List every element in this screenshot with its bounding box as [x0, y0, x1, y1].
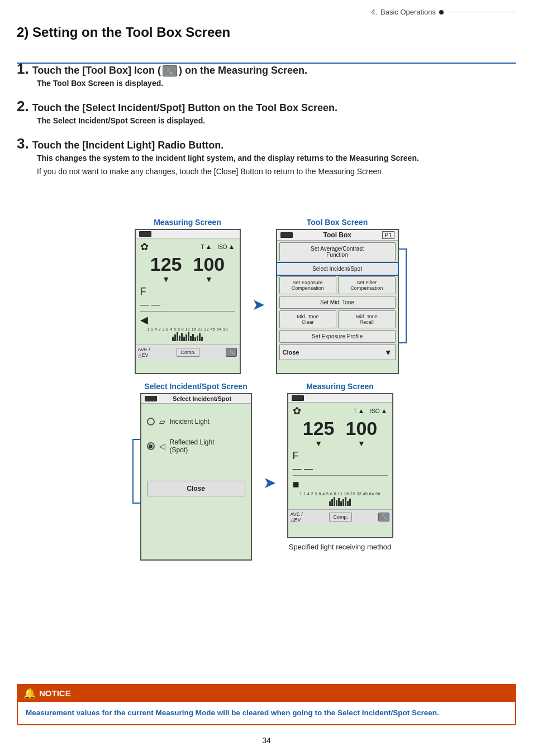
step2-sub: The Select Incident/Spot Screen is displ…: [37, 116, 516, 125]
top-left-diagram: Measuring Screen ✿ T▲: [135, 218, 241, 374]
notice-box: 🔔 NOTICE Measurement values for the curr…: [17, 684, 516, 725]
screen-top-bar: [136, 230, 240, 238]
tb-battery: [280, 232, 293, 238]
screen-bottom-bar: AVE /△EV Comp. 🔧: [136, 344, 240, 360]
tb-btn-select[interactable]: Select Incident/Spot: [276, 262, 399, 276]
notice-header: 🔔 NOTICE: [18, 685, 515, 702]
toolbox-screen-label: Tool Box Screen: [276, 218, 399, 227]
incident-label: Incident Light: [170, 418, 210, 425]
diagrams-section: Measuring Screen ✿ T▲: [17, 218, 516, 561]
ms2-body: ✿ T▲ ISO▲ 125 ▼ 100 ▼: [288, 403, 392, 509]
arrow-top: ➤: [252, 295, 265, 314]
section-title: Basic Operations: [380, 8, 436, 16]
incident-icon: ▱: [159, 417, 165, 426]
toolbox-inline-icon: 🔧: [163, 65, 177, 76]
right-bracket: [399, 248, 407, 343]
incident-light-option[interactable]: ▱ Incident Light: [141, 413, 251, 430]
toolbox-screen: Tool Box P1 Set Average/Contrast Functio…: [276, 229, 399, 374]
step3-sub: This changes the system to the incident …: [37, 154, 516, 162]
ms2-f: F: [293, 450, 388, 462]
tb-btn-row2: Mid. Tone Clear Mid. Tone Recall: [279, 310, 396, 328]
ms2-comp[interactable]: Comp.: [329, 513, 352, 521]
ms2-scale: 1 1.4 2 2.8 4 5.6 8 11 16 22 32 45 64 90: [293, 492, 388, 496]
arrow-bottom: ➤: [263, 473, 276, 492]
ave-label: AVE /△EV: [138, 347, 150, 358]
bottom-left-diagram: Select Incident/Spot Screen Select Incid…: [140, 382, 252, 561]
measuring-screen-label-bottom: Measuring Screen: [287, 382, 393, 391]
f-label: F: [140, 286, 235, 298]
sel-close-btn[interactable]: Close: [147, 481, 245, 496]
ms2-val2: 100 ▼: [346, 418, 378, 448]
value1: 125: [150, 254, 182, 275]
ms2-square-icon: ■: [293, 478, 388, 491]
step-2: 2. Touch the [Select Incident/Spot] Butt…: [17, 98, 516, 125]
step-1: 1. Touch the [Tool Box] Icon ( 🔧 ) on th…: [17, 60, 516, 88]
tb-btn-avg[interactable]: Set Average/Contrast Function: [279, 242, 396, 261]
toolbox-icon-bottom[interactable]: 🔧: [226, 348, 237, 357]
select-top-bar: Select Incident/Spot: [141, 394, 251, 404]
tb-arrow-down: ▼: [384, 348, 392, 357]
value2-block: 100 ▼: [193, 254, 225, 284]
page-number: 34: [0, 736, 533, 745]
ms2-ave-label: AVE /△EV: [291, 511, 303, 523]
step-3: 3. Touch the [Incident Light] Radio Butt…: [17, 135, 516, 178]
tb-btn-close[interactable]: Close ▼: [279, 344, 396, 360]
tb-btn-row1: Set Exposure Compensation Set Filter Com…: [279, 276, 396, 294]
reflected-icon: ◁: [159, 442, 165, 451]
dashes: — —: [140, 300, 235, 312]
measuring-screen-label-top: Measuring Screen: [135, 218, 241, 227]
reflected-light-option[interactable]: ◁ Reflected Light (Spot): [141, 434, 251, 458]
page-header: 4. Basic Operations: [371, 8, 516, 16]
notice-label: NOTICE: [39, 688, 71, 698]
step2-number: 2.: [17, 98, 29, 115]
value2: 100: [193, 254, 225, 275]
ms2-dashes: — —: [293, 464, 388, 476]
steps-container: 1. Touch the [Tool Box] Icon ( 🔧 ) on th…: [17, 60, 516, 188]
ms2-val1: 125 ▼: [303, 418, 335, 448]
ms2-sun: ✿: [293, 405, 301, 417]
reflected-label: Reflected Light (Spot): [170, 438, 215, 454]
comp-button[interactable]: Comp.: [177, 348, 199, 357]
tb-title: Tool Box: [323, 231, 351, 239]
tb-btn-profile[interactable]: Set Exposure Profile: [279, 330, 396, 343]
step1-sub: The Tool Box Screen is displayed.: [37, 79, 516, 88]
notice-icon: 🔔: [23, 687, 36, 700]
iso-label: ISO▲: [217, 243, 235, 251]
step1-number: 1.: [17, 60, 29, 78]
step1-title-part1: Touch the [Tool Box] Icon (: [32, 65, 161, 76]
step2-title: Touch the [Select Incident/Spot] Button …: [32, 102, 337, 114]
step3-title: Touch the [Incident Light] Radio Button.: [32, 140, 224, 151]
ms2-toolbox-icon[interactable]: 🔧: [378, 513, 389, 521]
select-screen-label: Select Incident/Spot Screen: [140, 382, 252, 391]
measuring-screen-bottom: ✿ T▲ ISO▲ 125 ▼ 100 ▼: [287, 393, 393, 538]
radio-reflected[interactable]: [147, 442, 155, 450]
ms-bottom-top-bar: [288, 394, 392, 403]
tb-btn-midclear[interactable]: Mid. Tone Clear: [279, 310, 337, 328]
sel-title: Select Incident/Spot: [173, 395, 231, 402]
sel-battery: [145, 396, 157, 401]
tb-p1: P1: [382, 231, 394, 239]
ms2-bottom-bar: AVE /△EV Comp. 🔧: [288, 509, 392, 524]
tb-btn-exposure[interactable]: Set Exposure Compensation: [279, 276, 337, 294]
step1-title-part2: ) on the Measuring Screen.: [179, 65, 307, 76]
triangle-icon: ◀: [140, 314, 235, 326]
screen-body: ✿ T▲ ISO▲: [136, 238, 240, 344]
header-dot: [439, 10, 444, 15]
notice-body: Measurement values for the current Measu…: [18, 702, 515, 724]
top-right-diagram: Tool Box Screen Tool Box P1 Set Average/…: [276, 218, 399, 374]
step3-body: If you do not want to make any changes, …: [37, 166, 516, 178]
value1-block: 125 ▼: [150, 254, 182, 284]
tb-btn-filter[interactable]: Set Filter Compensation: [338, 276, 396, 294]
page-title: 2) Setting on the Tool Box Screen: [17, 25, 516, 40]
select-screen: Select Incident/Spot ▱ Incident Light: [140, 393, 252, 561]
tb-btn-midtone[interactable]: Set Mid. Tone: [279, 296, 396, 309]
tb-top-bar: Tool Box P1: [277, 230, 398, 241]
ms2-battery: [292, 395, 304, 401]
battery-icon: [139, 231, 151, 237]
scale-text: 1 1.4 2 2.8 4 5.6 8 11 16 22 32 45 64 90: [140, 327, 235, 331]
measuring-screen-top: ✿ T▲ ISO▲: [135, 229, 241, 374]
histogram: [140, 332, 235, 341]
step3-number: 3.: [17, 135, 29, 152]
radio-incident[interactable]: [147, 418, 155, 425]
tb-btn-midrecall[interactable]: Mid. Tone Recall: [338, 310, 396, 328]
